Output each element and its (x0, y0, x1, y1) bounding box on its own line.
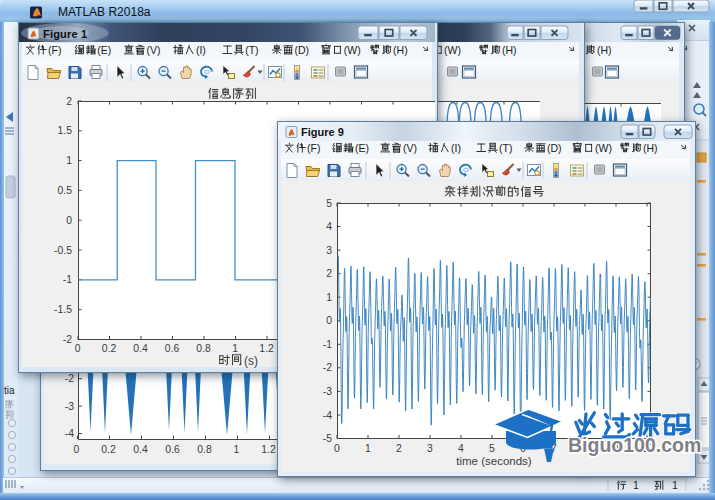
svg-text:(V): (V) (147, 44, 161, 56)
svg-text:5: 5 (326, 198, 332, 209)
svg-text:3: 3 (427, 443, 433, 454)
svg-text:1: 1 (326, 292, 332, 303)
svg-text:0.6: 0.6 (165, 444, 180, 455)
svg-text:(H): (H) (502, 44, 517, 56)
svg-text:-1: -1 (63, 274, 72, 285)
svg-text:2: 2 (396, 443, 402, 454)
svg-text:-2: -2 (63, 334, 72, 345)
svg-text:(W): (W) (444, 44, 461, 56)
svg-text:1.5: 1.5 (58, 125, 73, 136)
svg-text:(W): (W) (595, 142, 612, 154)
svg-text:-1.5: -1.5 (54, 304, 72, 315)
svg-text:(E): (E) (97, 44, 111, 56)
svg-text:(H): (H) (643, 142, 658, 154)
svg-text:0.6: 0.6 (165, 343, 180, 354)
svg-text:1: 1 (66, 155, 72, 166)
svg-text:1.2: 1.2 (261, 444, 276, 455)
svg-text:0.2: 0.2 (101, 444, 116, 455)
svg-text:2: 2 (326, 268, 332, 279)
svg-text:(I): (I) (196, 44, 206, 56)
svg-text:1: 1 (365, 443, 371, 454)
svg-text:-3: -3 (323, 386, 332, 397)
svg-text:(E): (E) (355, 142, 369, 154)
svg-text:0.5: 0.5 (58, 185, 73, 196)
svg-text:(W): (W) (344, 44, 361, 56)
svg-text:(s): (s) (244, 354, 258, 368)
svg-text:Biguo100.com: Biguo100.com (568, 434, 701, 456)
svg-text:0.8: 0.8 (197, 444, 212, 455)
svg-text:1: 1 (672, 479, 678, 491)
svg-text:1.2: 1.2 (259, 343, 274, 354)
svg-text:0: 0 (75, 343, 81, 354)
svg-text:(F): (F) (307, 142, 320, 154)
svg-text:4: 4 (326, 221, 332, 232)
svg-text:Figure 9: Figure 9 (301, 126, 344, 138)
svg-text:tia: tia (4, 385, 15, 396)
svg-text:-4: -4 (65, 428, 74, 439)
svg-text:(H): (H) (393, 44, 408, 56)
svg-text:-5: -5 (323, 433, 332, 444)
svg-text:0.2: 0.2 (102, 343, 117, 354)
svg-text:0.4: 0.4 (133, 343, 148, 354)
svg-text:MATLAB R2018a: MATLAB R2018a (58, 5, 151, 19)
svg-text:0: 0 (74, 444, 80, 455)
svg-text:3: 3 (326, 245, 332, 256)
svg-text:0: 0 (326, 315, 332, 326)
svg-text:(I): (I) (451, 142, 461, 154)
svg-text:2: 2 (66, 96, 72, 107)
svg-text:(V): (V) (403, 142, 417, 154)
svg-text:0.8: 0.8 (196, 343, 211, 354)
svg-text:-4: -4 (323, 410, 332, 421)
svg-text:(F): (F) (48, 44, 61, 56)
svg-text:1: 1 (633, 479, 639, 491)
svg-text:-3: -3 (65, 401, 74, 412)
svg-text:1: 1 (234, 444, 240, 455)
svg-text:-2: -2 (323, 362, 332, 373)
svg-text:0: 0 (66, 215, 72, 226)
svg-text:0.4: 0.4 (133, 444, 148, 455)
svg-text:-0.5: -0.5 (54, 245, 72, 256)
svg-text:1: 1 (232, 343, 238, 354)
svg-text:-2: -2 (65, 373, 74, 384)
svg-text:(D): (D) (547, 142, 562, 154)
svg-text:(D): (D) (295, 44, 310, 56)
svg-text:0: 0 (334, 443, 340, 454)
svg-text:Figure 1: Figure 1 (43, 28, 87, 40)
svg-text:(H): (H) (597, 44, 612, 56)
svg-text:(T): (T) (245, 44, 258, 56)
svg-text:(T): (T) (499, 142, 512, 154)
svg-text:-1: -1 (323, 339, 332, 350)
